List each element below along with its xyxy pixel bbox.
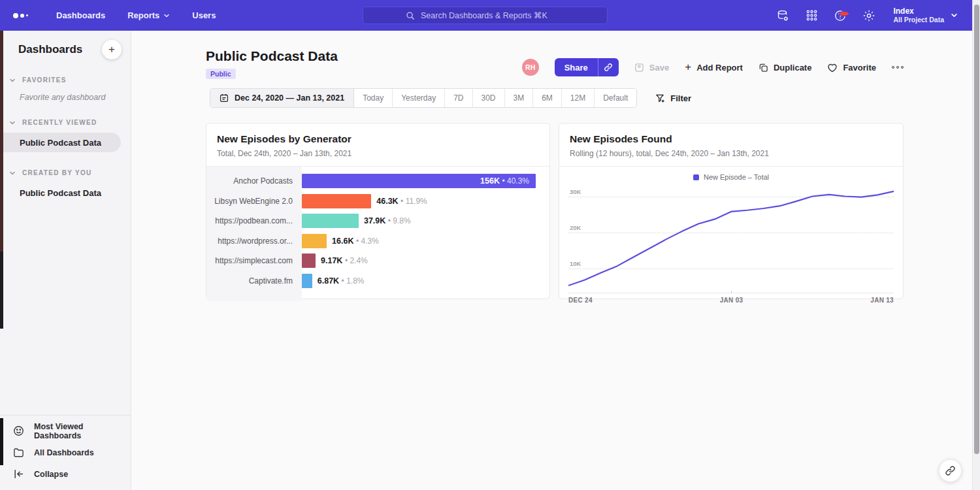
new-dashboard-button[interactable]: + <box>102 40 122 59</box>
chevron-down-icon <box>9 77 16 84</box>
nav-item-dashboards[interactable]: Dashboards <box>56 10 105 20</box>
sidebar-footer: Most Viewed DashboardsAll DashboardsColl… <box>0 415 131 490</box>
settings-icon[interactable] <box>862 8 876 23</box>
sidebar-section-header[interactable]: CREATED BY YOU <box>0 169 131 176</box>
plus-icon: + <box>685 63 691 72</box>
bar-value-label: 6.87K • 1.8% <box>318 276 365 286</box>
search-icon <box>406 11 415 20</box>
bar-value-label: 37.9K • 9.8% <box>364 216 411 225</box>
share-link-button[interactable] <box>598 58 619 76</box>
background-window-strip <box>0 252 3 329</box>
project-name: Index <box>893 7 944 16</box>
bar-row: https://wordpress.or...16.6K • 4.3% <box>206 231 549 252</box>
preset-default[interactable]: Default <box>595 89 636 107</box>
bar-row: Anchor Podcasts156K • 40.3% <box>206 171 549 191</box>
avatar[interactable]: RH <box>522 59 539 76</box>
save-button[interactable]: Save <box>634 63 669 73</box>
global-search[interactable] <box>363 7 608 24</box>
sidebar-footer-label: All Dashboards <box>34 448 94 457</box>
date-range-picker[interactable]: Dec 24, 2020 — Jan 13, 2021 <box>210 89 354 107</box>
x-axis-tick-label: JAN 03 <box>720 297 743 304</box>
preset-12m[interactable]: 12M <box>562 89 595 107</box>
bar-track: 46.3K • 11.9% <box>302 194 549 208</box>
nav-utilities: Index All Project Data <box>776 0 964 31</box>
heart-icon <box>827 63 838 73</box>
sidebar-item-public-podcast-data[interactable]: Public Podcast Data <box>0 183 131 203</box>
bar-segment[interactable] <box>302 214 359 228</box>
bar-category-label: Libsyn WebEngine 2.0 <box>206 197 302 206</box>
sidebar-footer-most-viewed-dashboards[interactable]: Most Viewed Dashboards <box>0 420 131 442</box>
bar-row: Captivate.fm6.87K • 1.8% <box>206 271 549 291</box>
duplicate-icon <box>759 63 768 73</box>
preset-3m[interactable]: 3M <box>505 89 534 107</box>
nav-item-reports[interactable]: Reports <box>127 10 170 20</box>
bar-track: 16.6K • 4.3% <box>302 234 549 248</box>
main-content: Public Podcast Data Public RH Share Save… <box>206 31 904 490</box>
favorite-button[interactable]: Favorite <box>827 63 876 73</box>
primary-nav: DashboardsReportsUsers <box>56 10 216 20</box>
bar-segment[interactable]: 156K • 40.3% <box>302 174 536 188</box>
bar-chart: Anchor Podcasts156K • 40.3%Libsyn WebEng… <box>206 167 549 301</box>
dashboard-actions: RH Share Save + Add Report Duplicate <box>522 58 904 76</box>
line-chart: 10K20K30K <box>568 184 894 293</box>
sidebar-footer-label: Most Viewed Dashboards <box>34 422 131 440</box>
sidebar-footer-label: Collapse <box>34 470 68 479</box>
sidebar-section-header[interactable]: FAVORITES <box>0 76 131 84</box>
bar-value-label: 46.3K • 11.9% <box>376 197 427 206</box>
duplicate-button[interactable]: Duplicate <box>759 63 812 73</box>
bar-row: Libsyn WebEngine 2.046.3K • 11.9% <box>206 191 549 212</box>
smiley-icon <box>13 425 24 436</box>
bar-value-label: 156K • 40.3% <box>480 176 536 186</box>
bar-segment[interactable] <box>302 194 371 208</box>
app-logo-icon[interactable] <box>13 13 41 18</box>
sidebar-footer-collapse[interactable]: Collapse <box>0 463 131 485</box>
more-options-button[interactable] <box>892 66 904 69</box>
share-button[interactable]: Share <box>555 58 598 76</box>
data-icon[interactable] <box>776 8 790 23</box>
copy-link-floating-button[interactable] <box>939 459 962 482</box>
chevron-down-icon <box>9 120 16 126</box>
project-switcher[interactable]: Index All Project Data <box>893 7 958 24</box>
search-input[interactable] <box>421 11 564 20</box>
preset-7d[interactable]: 7D <box>445 89 472 107</box>
date-toolbar: Dec 24, 2020 — Jan 13, 2021 TodayYesterd… <box>210 88 691 108</box>
bar-segment[interactable] <box>302 234 327 248</box>
preset-today[interactable]: Today <box>354 89 393 107</box>
sidebar-section-header[interactable]: RECENTLY VIEWED <box>0 119 131 126</box>
scrollbar-thumb[interactable] <box>974 5 979 454</box>
bar-track: 156K • 40.3% <box>302 174 549 188</box>
folder-icon <box>13 447 24 458</box>
x-axis-tick-label: JAN 13 <box>870 297 894 304</box>
help-icon[interactable] <box>833 8 847 23</box>
notification-badge <box>839 11 849 16</box>
bar-track: 9.17K • 2.4% <box>302 253 549 268</box>
chevron-down-icon <box>951 12 958 19</box>
date-range-control: Dec 24, 2020 — Jan 13, 2021 TodayYesterd… <box>210 88 637 108</box>
filter-button[interactable]: Filter <box>655 93 691 103</box>
apps-grid-icon[interactable] <box>804 8 819 23</box>
line-chart-card: New Episodes Found Rolling (12 hours), t… <box>559 123 904 299</box>
preset-30d[interactable]: 30D <box>473 89 505 107</box>
sidebar-section-label: CREATED BY YOU <box>22 169 92 176</box>
legend-swatch <box>693 174 699 180</box>
chart-title: New Episodes by Generator <box>217 133 539 145</box>
sidebar-empty-hint: Favorite any dashboard <box>0 84 131 102</box>
add-report-button[interactable]: + Add Report <box>685 63 743 73</box>
bar-segment[interactable] <box>302 253 316 268</box>
bar-value-label: 16.6K • 4.3% <box>332 237 379 246</box>
sidebar-footer-all-dashboards[interactable]: All Dashboards <box>0 442 131 463</box>
sidebar-section: RECENTLY VIEWEDPublic Podcast Data <box>0 119 131 152</box>
bar-category-label: https://podbean.com... <box>206 216 302 225</box>
bar-segment[interactable] <box>302 274 312 288</box>
background-window-strip <box>0 31 3 252</box>
chevron-down-icon <box>9 170 16 176</box>
chevron-down-icon <box>163 12 170 19</box>
preset-yesterday[interactable]: Yesterday <box>393 89 445 107</box>
page-scrollbar <box>972 0 980 490</box>
chart-legend: New Episode – Total <box>559 170 903 184</box>
sidebar-item-public-podcast-data[interactable]: Public Podcast Data <box>0 133 121 152</box>
link-icon <box>945 465 956 476</box>
filter-icon <box>655 93 665 103</box>
nav-item-users[interactable]: Users <box>192 10 216 20</box>
preset-6m[interactable]: 6M <box>533 89 562 107</box>
